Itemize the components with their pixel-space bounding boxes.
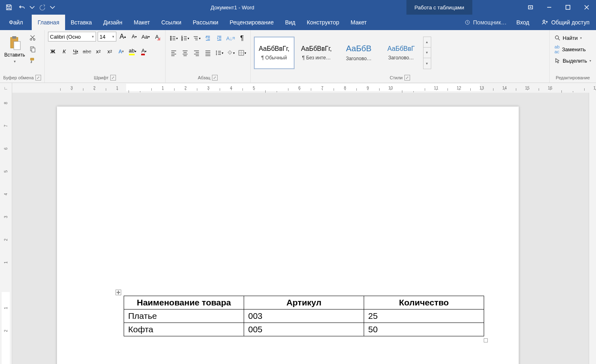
title-bar: Документ1 - Word Работа с таблицами [0, 0, 596, 15]
tab-references[interactable]: Ссылки [155, 15, 187, 30]
tab-table-design[interactable]: Конструктор [301, 15, 345, 30]
style-heading2[interactable]: АаБбВвГЗаголово… [381, 37, 421, 69]
align-right-icon[interactable] [192, 48, 201, 58]
document-table[interactable]: Наименование товара Артикул Количество П… [124, 296, 484, 336]
grow-font-icon[interactable]: A▴ [118, 32, 128, 41]
svg-rect-5 [12, 36, 16, 39]
italic-button[interactable]: К [59, 46, 69, 56]
document-canvas[interactable]: Наименование товара Артикул Количество П… [12, 93, 589, 364]
svg-point-7 [30, 39, 32, 40]
tell-me-label: Помощник… [473, 19, 506, 26]
tab-file[interactable]: Файл [0, 15, 32, 30]
redo-icon[interactable] [37, 2, 48, 13]
table-cell[interactable]: Платье [124, 310, 244, 323]
shrink-font-icon[interactable]: A▾ [129, 32, 139, 41]
table-header[interactable]: Наименование товара [124, 296, 244, 310]
style-normal[interactable]: АаБбВвГг,¶ Обычный [254, 37, 295, 69]
format-painter-icon[interactable] [28, 56, 37, 65]
close-icon[interactable] [577, 0, 596, 15]
font-size-combo[interactable]: 14▾ [98, 32, 116, 41]
table-header[interactable]: Количество [364, 296, 484, 310]
font-launcher-icon[interactable]: ⤢ [110, 75, 116, 81]
replace-button[interactable]: abacЗаменить [553, 45, 593, 54]
bullets-icon[interactable]: ▾ [169, 33, 179, 43]
maximize-icon[interactable] [559, 0, 577, 15]
tab-view[interactable]: Вид [279, 15, 301, 30]
table-cell[interactable]: Кофта [124, 323, 244, 336]
svg-point-11 [170, 36, 171, 37]
indent-left-icon[interactable] [203, 33, 213, 43]
line-spacing-icon[interactable]: ▾ [214, 48, 224, 58]
tab-selector[interactable]: ∟ [0, 83, 12, 93]
align-center-icon[interactable] [180, 48, 190, 58]
vertical-ruler[interactable]: 8765432112 [0, 93, 12, 364]
copy-icon[interactable] [28, 45, 37, 54]
tell-me-search[interactable]: Помощник… [460, 15, 511, 30]
font-name-combo[interactable]: Calibri (Осно▾ [48, 32, 96, 41]
svg-rect-1 [566, 5, 570, 9]
superscript-button[interactable]: x2 [105, 46, 115, 56]
sign-in-button[interactable]: Вход [511, 15, 535, 30]
table-header[interactable]: Артикул [244, 296, 364, 310]
style-heading1[interactable]: АаБбВЗаголово… [338, 37, 379, 69]
styles-launcher-icon[interactable]: ⤢ [404, 75, 410, 81]
change-case-icon[interactable]: Aa▾ [141, 32, 151, 41]
paste-label: Вставить [4, 52, 25, 58]
clipboard-label: Буфер обмена [3, 75, 34, 80]
qat-customize-icon[interactable] [50, 2, 55, 13]
paragraph-label: Абзац [198, 75, 210, 80]
borders-icon[interactable]: ▾ [237, 48, 247, 58]
tab-insert[interactable]: Вставка [65, 15, 98, 30]
table-cell[interactable]: 003 [244, 310, 364, 323]
justify-icon[interactable] [203, 48, 213, 58]
multilevel-icon[interactable]: ▾ [192, 33, 201, 43]
ribbon-display-icon[interactable] [521, 0, 540, 15]
subscript-button[interactable]: x2 [94, 46, 103, 56]
indent-right-icon[interactable] [214, 33, 224, 43]
align-left-icon[interactable] [169, 48, 179, 58]
window-title: Документ1 - Word [59, 4, 406, 11]
minimize-icon[interactable] [540, 0, 559, 15]
svg-rect-6 [14, 41, 20, 50]
table-resize-handle-icon[interactable] [484, 338, 488, 342]
style-no-spacing[interactable]: АаБбВвГг,¶ Без инте… [296, 37, 337, 69]
select-button[interactable]: Выделить▾ [553, 56, 593, 65]
cut-icon[interactable] [28, 33, 37, 42]
tab-review[interactable]: Рецензирование [224, 15, 279, 30]
table-cell[interactable]: 50 [364, 323, 484, 336]
tab-home[interactable]: Главная [32, 15, 65, 30]
numbering-icon[interactable]: 123▾ [180, 33, 190, 43]
save-icon[interactable] [3, 2, 15, 13]
tab-mailings[interactable]: Рассылки [187, 15, 224, 30]
table-move-handle-icon[interactable] [116, 290, 121, 295]
undo-dropdown-icon[interactable] [29, 2, 35, 13]
text-effects-icon[interactable]: A▾ [116, 46, 126, 56]
horizontal-ruler[interactable]: ∟ 3211234567891011121314151617 [0, 83, 596, 93]
sort-icon[interactable]: А↓Я [226, 33, 236, 43]
bold-button[interactable]: Ж [48, 46, 58, 56]
tab-table-layout[interactable]: Макет [345, 15, 373, 30]
svg-point-8 [33, 39, 35, 40]
group-editing: Найти▾ abacЗаменить Выделить▾ Редактиров… [550, 30, 596, 83]
paragraph-launcher-icon[interactable]: ⤢ [212, 75, 218, 81]
pilcrow-icon[interactable]: ¶ [237, 33, 247, 43]
highlight-icon[interactable]: ab▾ [128, 46, 138, 56]
font-color-icon[interactable]: A▾ [139, 46, 149, 56]
shading-icon[interactable]: ▾ [226, 48, 236, 58]
styles-gallery-more[interactable]: ▴▾▾ [423, 37, 431, 69]
tab-layout[interactable]: Макет [128, 15, 156, 30]
svg-point-13 [170, 39, 171, 41]
strike-button[interactable]: abc [82, 46, 92, 56]
table-cell[interactable]: 25 [364, 310, 484, 323]
clipboard-launcher-icon[interactable]: ⤢ [35, 75, 41, 81]
vertical-scrollbar[interactable] [589, 93, 596, 364]
paste-button[interactable]: Вставить ▾ [3, 32, 26, 68]
clear-format-icon[interactable]: A◢ [152, 32, 162, 41]
underline-button[interactable]: Ч▾ [71, 46, 81, 56]
share-button[interactable]: Общий доступ [535, 15, 596, 30]
tab-design[interactable]: Дизайн [98, 15, 128, 30]
ribbon: Вставить ▾ Буфер обмена⤢ Calibri (Осно▾ … [0, 30, 596, 83]
find-button[interactable]: Найти▾ [553, 33, 593, 42]
undo-icon[interactable] [16, 2, 28, 13]
table-cell[interactable]: 005 [244, 323, 364, 336]
